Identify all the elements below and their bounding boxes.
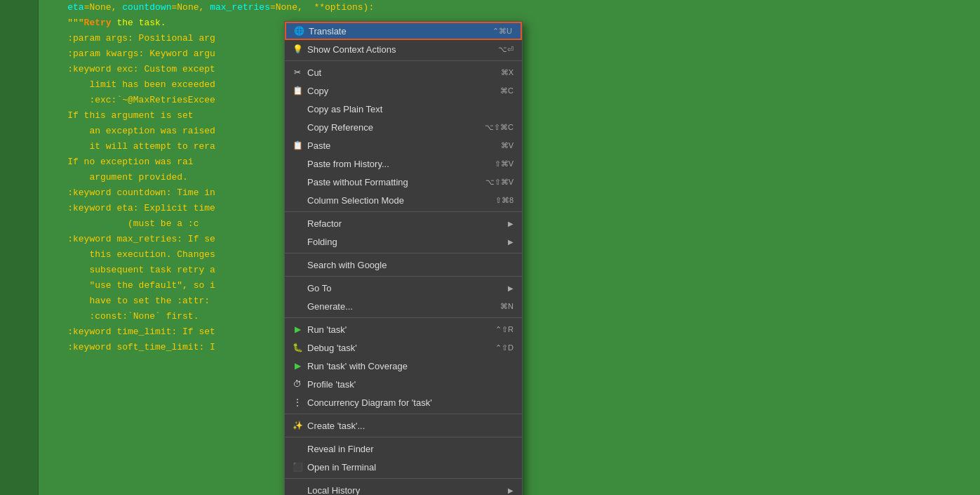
menu-label-context-actions: Show Context Actions — [307, 44, 396, 55]
menu-item-coverage-left: ▶ Run 'task' with Coverage — [292, 360, 408, 371]
menu-item-cut[interactable]: ✂ Cut ⌘X — [285, 63, 522, 81]
menu-shortcut-debug-task: ⌃⇧D — [495, 343, 514, 352]
menu-label-local-history: Local History — [307, 485, 360, 496]
menu-item-debug-left: 🐛 Debug 'task' — [292, 342, 357, 353]
menu-item-reveal-finder[interactable]: Reveal in Finder — [285, 440, 522, 458]
menu-item-reveal-left: Reveal in Finder — [292, 443, 374, 454]
menu-item-debug-task[interactable]: 🐛 Debug 'task' ⌃⇧D — [285, 338, 522, 357]
paste-history-icon — [292, 158, 303, 169]
goto-icon — [292, 282, 303, 293]
context-menu[interactable]: 🌐 Translate ⌃⌘U 💡 Show Context Actions ⌥… — [284, 21, 523, 495]
local-history-arrow: ▶ — [508, 487, 514, 494]
separator-6 — [285, 414, 522, 414]
menu-item-run-task[interactable]: ▶ Run 'task' ⌃⇧R — [285, 320, 522, 338]
menu-item-copy-plain[interactable]: Copy as Plain Text — [285, 100, 522, 118]
menu-shortcut-paste-no-format: ⌥⇧⌘V — [485, 178, 514, 187]
menu-item-column-selection[interactable]: Column Selection Mode ⇧⌘8 — [285, 191, 522, 209]
menu-label-profile: Profile 'task' — [307, 379, 356, 390]
menu-label-paste-history: Paste from History... — [307, 159, 389, 169]
folding-icon — [292, 236, 303, 247]
menu-shortcut-run-task: ⌃⇧R — [495, 325, 514, 334]
menu-item-generate[interactable]: Generate... ⌘N — [285, 297, 522, 315]
menu-item-copy-left: 📋 Copy — [292, 85, 328, 96]
menu-item-open-terminal[interactable]: ⬛ Open in Terminal — [285, 458, 522, 476]
menu-item-context-left: 💡 Show Context Actions — [292, 44, 396, 55]
menu-label-concurrency: Concurrency Diagram for 'task' — [307, 397, 432, 408]
open-terminal-icon: ⬛ — [292, 461, 303, 473]
line-gutter — [0, 0, 39, 495]
menu-item-translate-left: 🌐 Translate — [293, 25, 347, 37]
menu-item-cut-left: ✂ Cut — [292, 67, 321, 78]
menu-label-column-selection: Column Selection Mode — [307, 195, 404, 206]
menu-item-search-google-left: Search with Google — [292, 259, 387, 270]
menu-shortcut-column-selection: ⇧⌘8 — [495, 196, 514, 205]
menu-item-copy[interactable]: 📋 Copy ⌘C — [285, 81, 522, 100]
menu-item-local-history-left: Local History — [292, 484, 360, 495]
menu-label-debug-task: Debug 'task' — [307, 343, 357, 353]
menu-label-create-task: Create 'task'... — [307, 421, 365, 431]
separator-5 — [285, 317, 522, 318]
menu-shortcut-context-actions: ⌥⏎ — [498, 45, 514, 54]
folding-arrow: ▶ — [508, 238, 514, 246]
menu-item-paste-left: 📋 Paste — [292, 140, 330, 151]
menu-label-copy: Copy — [307, 86, 328, 96]
menu-item-paste-no-format[interactable]: Paste without Formatting ⌥⇧⌘V — [285, 173, 522, 191]
menu-item-local-history[interactable]: Local History ▶ — [285, 481, 522, 495]
menu-item-create-left: ✨ Create 'task'... — [292, 420, 365, 431]
menu-item-paste[interactable]: 📋 Paste ⌘V — [285, 136, 522, 154]
context-actions-icon: 💡 — [292, 44, 303, 55]
separator-1 — [285, 60, 522, 61]
run-task-icon: ▶ — [292, 324, 303, 335]
paste-no-format-icon — [292, 176, 303, 187]
menu-label-run-task: Run 'task' — [307, 324, 347, 335]
menu-label-copy-plain: Copy as Plain Text — [307, 104, 382, 114]
menu-item-folding[interactable]: Folding ▶ — [285, 232, 522, 251]
menu-label-translate: Translate — [309, 26, 347, 37]
menu-item-refactor[interactable]: Refactor ▶ — [285, 214, 522, 232]
menu-label-goto: Go To — [307, 283, 331, 293]
separator-3 — [285, 253, 522, 253]
menu-item-column-left: Column Selection Mode — [292, 194, 404, 206]
menu-label-paste: Paste — [307, 140, 330, 151]
copy-plain-icon — [292, 103, 303, 114]
menu-item-copy-plain-left: Copy as Plain Text — [292, 103, 382, 114]
create-task-icon: ✨ — [292, 420, 303, 431]
separator-7 — [285, 437, 522, 437]
generate-icon — [292, 301, 303, 312]
menu-item-profile[interactable]: ⏱ Profile 'task' — [285, 375, 522, 393]
copy-ref-icon — [292, 121, 303, 133]
translate-icon: 🌐 — [293, 25, 304, 37]
separator-8 — [285, 478, 522, 479]
menu-item-paste-history[interactable]: Paste from History... ⇧⌘V — [285, 154, 522, 173]
menu-item-run-task-left: ▶ Run 'task' — [292, 324, 347, 335]
menu-item-refactor-left: Refactor — [292, 218, 342, 229]
menu-item-show-context-actions[interactable]: 💡 Show Context Actions ⌥⏎ — [285, 40, 522, 58]
menu-label-cut: Cut — [307, 67, 321, 78]
menu-label-run-coverage: Run 'task' with Coverage — [307, 361, 408, 371]
menu-item-concurrency[interactable]: ⋮ Concurrency Diagram for 'task' — [285, 393, 522, 411]
menu-shortcut-paste-history: ⇧⌘V — [495, 159, 514, 169]
menu-label-generate: Generate... — [307, 301, 353, 312]
menu-item-folding-left: Folding — [292, 236, 337, 247]
menu-item-translate[interactable]: 🌐 Translate ⌃⌘U — [285, 22, 522, 40]
search-google-icon — [292, 259, 303, 270]
cut-icon: ✂ — [292, 67, 303, 78]
menu-label-reveal-finder: Reveal in Finder — [307, 444, 374, 454]
menu-item-generate-left: Generate... — [292, 301, 353, 312]
separator-4 — [285, 276, 522, 277]
menu-item-goto-left: Go To — [292, 282, 331, 293]
menu-item-run-coverage[interactable]: ▶ Run 'task' with Coverage — [285, 357, 522, 375]
refactor-icon — [292, 218, 303, 229]
run-coverage-icon: ▶ — [292, 360, 303, 371]
menu-item-goto[interactable]: Go To ▶ — [285, 279, 522, 297]
profile-icon: ⏱ — [292, 378, 303, 390]
menu-item-search-google[interactable]: Search with Google — [285, 256, 522, 274]
debug-task-icon: 🐛 — [292, 342, 303, 353]
menu-item-create-task[interactable]: ✨ Create 'task'... — [285, 416, 522, 435]
menu-item-profile-left: ⏱ Profile 'task' — [292, 378, 356, 390]
menu-shortcut-copy-ref: ⌥⇧⌘C — [485, 123, 514, 132]
concurrency-icon: ⋮ — [292, 397, 303, 408]
menu-item-copy-ref[interactable]: Copy Reference ⌥⇧⌘C — [285, 118, 522, 136]
menu-item-copy-ref-left: Copy Reference — [292, 121, 373, 133]
column-selection-icon — [292, 194, 303, 206]
